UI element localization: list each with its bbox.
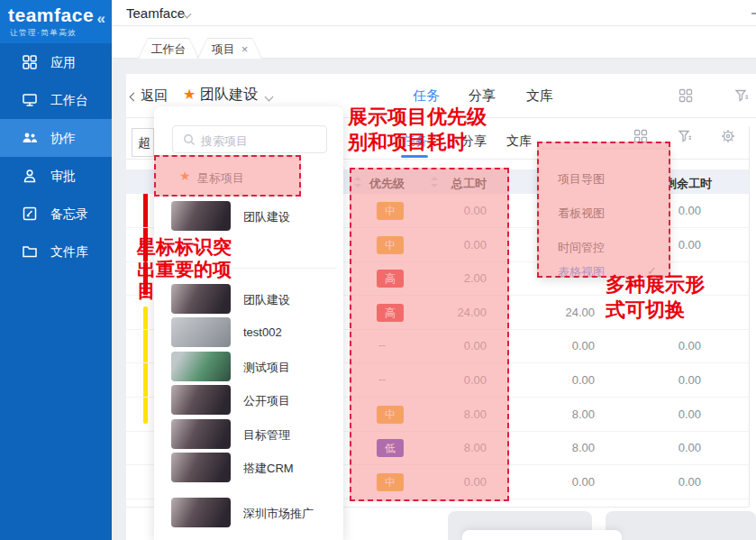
topbar: Teamface	[112, 0, 756, 26]
sidebar-nav: 应用工作台协作审批备忘录文件库	[0, 43, 112, 270]
annotation-overlay-menu	[537, 142, 670, 278]
annotation-text-star: 星标标识突 出重要的项 目	[137, 236, 232, 303]
sidebar-item-label: 协作	[50, 131, 76, 147]
project-thumbnail	[171, 385, 231, 415]
annotation-overlay-starred	[154, 155, 301, 197]
project-name: 团队建设	[243, 292, 290, 308]
memo-icon	[22, 206, 38, 222]
plus-icon[interactable]	[749, 5, 756, 23]
project-list-item[interactable]: 测试项目	[154, 352, 343, 384]
sidebar-item-workbench[interactable]: 工作台	[0, 81, 112, 119]
window-tabstrip: 工作台 项目×	[112, 26, 756, 59]
background-card	[606, 511, 756, 540]
app-title: Teamface	[126, 5, 185, 21]
annotation-text-views: 多种展示形 式可切换	[606, 272, 705, 323]
project-name: 团队建设	[243, 209, 290, 225]
used-hours-cell: 0.00	[532, 339, 595, 352]
chevron-down-icon[interactable]	[265, 93, 274, 102]
sidebar-item-label: 审批	[50, 169, 76, 185]
used-hours-cell: 8.00	[532, 407, 595, 421]
teamface-logo: teamface	[8, 5, 94, 26]
project-name: 测试项目	[243, 360, 290, 376]
used-hours-cell: 8.00	[532, 441, 595, 454]
remaining-hours-cell: 0.00	[638, 407, 701, 421]
project-thumbnail	[171, 352, 231, 381]
grid-icon[interactable]	[679, 88, 693, 103]
app-window: teamface 让管理·简单高效 « 应用工作台协作审批备忘录文件库 Team…	[0, 0, 756, 540]
sidebar-item-apps[interactable]: 应用	[0, 43, 112, 81]
project-list-item[interactable]: 搭建CRM	[154, 453, 343, 485]
project-list-item[interactable]: test002	[154, 317, 343, 350]
back-button[interactable]: 返回	[131, 87, 168, 105]
remaining-hours-cell: 0.00	[638, 373, 701, 387]
project-name: test002	[243, 325, 282, 339]
annotation-overlay-columns	[350, 168, 509, 501]
clipped-tab[interactable]: 超	[132, 128, 154, 157]
current-project-name[interactable]: 团队建设	[200, 86, 258, 105]
logo-tagline: 让管理·简单高效	[10, 28, 77, 39]
remaining-hours-cell: 0.00	[638, 475, 701, 489]
used-hours-cell: 0.00	[532, 373, 595, 387]
tab-project-label: 项目	[212, 42, 235, 56]
sidebar-item-collaboration[interactable]: 协作	[0, 119, 112, 157]
annotation-text-priority: 展示项目优先级 别和项目耗时	[348, 105, 487, 155]
star-icon[interactable]: ★	[183, 86, 196, 103]
close-tab-icon[interactable]: ×	[241, 42, 249, 56]
sidebar-item-label: 文件库	[50, 244, 88, 261]
page-tab-分享[interactable]: 分享	[469, 87, 496, 105]
project-name: 目标管理	[243, 427, 290, 444]
toolbar-tab-文库[interactable]: 文库	[506, 133, 532, 150]
sidebar-item-files[interactable]: 文件库	[0, 233, 112, 270]
project-name: 公开项目	[243, 393, 290, 409]
project-list-item[interactable]: 深圳市场推广	[154, 498, 343, 530]
project-list-item[interactable]: 公开项目	[154, 385, 343, 417]
search-input[interactable]: 搜索项目	[172, 125, 327, 153]
used-hours-cell: 24.00	[532, 306, 595, 319]
search-icon	[183, 133, 196, 146]
used-hours-cell: 0.00	[532, 475, 595, 489]
remaining-hours-cell: 0.00	[638, 441, 701, 454]
page-tab-文库[interactable]: 文库	[526, 87, 553, 105]
group-divider	[226, 268, 336, 269]
gear-icon[interactable]	[721, 129, 735, 143]
logo-block: teamface 让管理·简单高效 «	[0, 0, 112, 43]
tab-workbench[interactable]: 工作台	[138, 38, 199, 59]
apps-icon	[22, 54, 38, 70]
folder-icon	[22, 243, 38, 260]
sidebar-item-label: 应用	[50, 55, 76, 71]
sidebar: teamface 让管理·简单高效 « 应用工作台协作审批备忘录文件库	[0, 0, 112, 540]
popup-card-edge	[462, 530, 622, 540]
project-name: 深圳市场推广	[243, 506, 314, 522]
funnel-icon[interactable]	[734, 88, 749, 103]
sidebar-item-memo[interactable]: 备忘录	[0, 195, 112, 233]
approve-icon	[22, 168, 38, 184]
sidebar-item-label: 备忘录	[50, 206, 88, 223]
sidebar-item-approval[interactable]: 审批	[0, 157, 112, 195]
project-list-item[interactable]: 目标管理	[154, 419, 343, 452]
project-thumbnail	[171, 498, 231, 527]
page-tab-任务[interactable]: 任务	[413, 87, 440, 105]
collab-icon	[22, 130, 38, 146]
project-thumbnail	[171, 201, 231, 231]
search-placeholder: 搜索项目	[201, 133, 248, 150]
tab-project[interactable]: 项目×	[197, 38, 262, 59]
workbench-icon	[22, 92, 38, 108]
chevron-left-icon	[130, 93, 139, 102]
project-name: 搭建CRM	[243, 461, 294, 477]
active-tab-underline	[401, 155, 428, 158]
project-thumbnail	[171, 453, 231, 482]
funnel-icon[interactable]	[678, 129, 692, 143]
remaining-hours-cell: 0.00	[638, 339, 701, 352]
project-thumbnail	[171, 419, 231, 449]
sidebar-item-label: 工作台	[50, 93, 88, 109]
collapse-sidebar-icon[interactable]: «	[97, 10, 105, 28]
project-list-item[interactable]: 团队建设	[154, 201, 343, 233]
project-thumbnail	[171, 317, 231, 347]
